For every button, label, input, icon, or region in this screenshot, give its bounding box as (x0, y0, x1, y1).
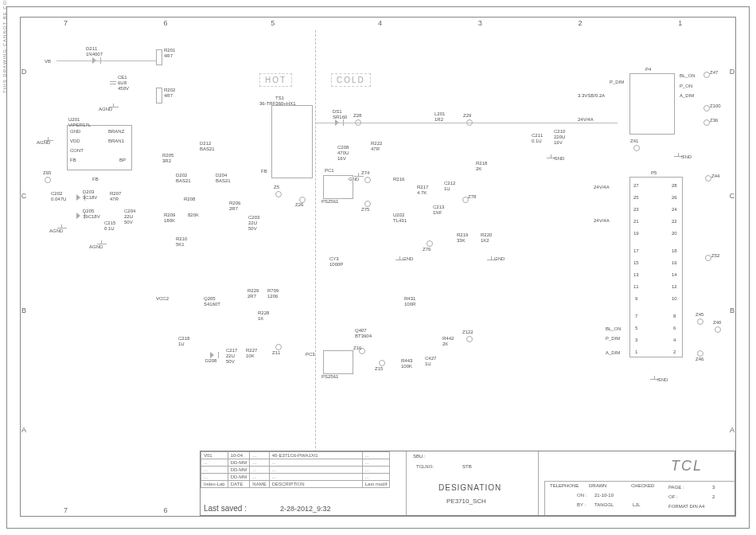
z11-tp (275, 344, 282, 350)
r442-val: 2K (442, 342, 448, 346)
col-top-1: 1 (678, 19, 682, 27)
u201-pin5: CONT (70, 148, 84, 153)
isolation-barrier (315, 30, 316, 476)
z46-tp (697, 350, 703, 357)
z5: Z5 (274, 185, 279, 189)
by-drawn: TANGGL (594, 502, 614, 507)
of-label: OF : (668, 494, 678, 499)
c212-val: 1U (444, 186, 450, 191)
r201-val: 4R7 (164, 53, 173, 58)
r709-val: 1206 (267, 294, 278, 299)
r220-ref: R220 (481, 232, 492, 237)
pc3-opto (323, 350, 353, 374)
r228-val: 1K (258, 316, 263, 321)
c202-val: 0.047U (51, 197, 66, 201)
z46: Z46 (696, 357, 703, 361)
row-right-a: A (727, 426, 737, 434)
d208 (210, 352, 214, 358)
q407-ref: Q407 (355, 328, 367, 333)
last-saved: 2-28-2012_9:32 (280, 505, 331, 513)
z40: Z40 (713, 320, 721, 325)
r709-ref: R709 (267, 288, 279, 293)
z11: Z11 (272, 350, 280, 355)
r217-ref: R217 (417, 185, 428, 189)
z122-tp (466, 336, 473, 342)
r219-val: 33K (457, 238, 466, 243)
drawn: DRAWN (589, 483, 606, 488)
c211-ref: C211 (532, 133, 543, 138)
p5-pdim: P_DIM (606, 336, 620, 341)
p4-blon: BL_ON (680, 73, 696, 78)
c218-ref: C218 (178, 336, 189, 341)
u201-pin2: BRANZ (108, 129, 124, 134)
r208-ref: R208 (184, 197, 195, 201)
sbu-label: SBU : (413, 454, 426, 459)
row-right-b: B (727, 307, 737, 314)
c204-ref: C204 (124, 209, 135, 213)
d202-val: BAS21 (176, 178, 191, 183)
d208-ref: D208 (205, 358, 216, 363)
by-checked: LJL (633, 502, 641, 507)
c203-val: 22U (248, 221, 257, 225)
cold-zone-label: COLD (331, 73, 371, 87)
of: 2 (712, 494, 715, 499)
tclno-label: TCLNO: (416, 464, 434, 469)
c208-val: 470U (337, 150, 349, 155)
z15-tp (379, 360, 385, 366)
z40-tp (715, 326, 721, 333)
r218-val: 2K (476, 166, 481, 171)
u202-val: TL431 (393, 218, 407, 223)
r229-ref: R229 (247, 288, 259, 293)
net-24v-1: 24V/4A (578, 117, 594, 122)
z28: Z28 (353, 113, 361, 118)
by-label: BY : (577, 502, 586, 507)
col-top-3: 3 (478, 19, 482, 27)
r431-val: 100R (404, 302, 415, 307)
inner-frame: 7 6 5 4 3 2 1 7 6 5 4 3 2 1 D C B A D C … (20, 17, 736, 517)
r205-val: 3R2 (162, 158, 171, 163)
c208-ref: C208 (337, 145, 349, 150)
r227-ref: R227 (246, 348, 257, 353)
vcc2-net: VCC2 (156, 296, 169, 301)
page-label: PAGE : (668, 485, 684, 490)
ds1-ref: DS1 (333, 109, 342, 114)
row-left-a: A (19, 426, 29, 434)
r443-ref: R443 (401, 358, 412, 363)
r431-ref: R431 (404, 296, 415, 301)
designation: PE3710_SCH (446, 498, 486, 505)
agnd-1: AGND (99, 107, 112, 111)
wire (315, 123, 618, 123)
r209b-val: 820K (188, 213, 199, 217)
fb-net: FB (92, 177, 99, 182)
col-top-6: 6 (164, 19, 168, 27)
u201-val: VIPER17L (68, 123, 91, 127)
row-right-c: C (727, 192, 737, 200)
c427-ref: C427 (425, 356, 436, 361)
d203 (76, 194, 80, 201)
z65: Z65 (43, 170, 51, 175)
pc1-ref: PC1 (325, 168, 334, 173)
u201-pin1: GND (70, 129, 80, 134)
c202-ref: C202 (51, 191, 62, 196)
l201-ref: L201 (435, 111, 445, 116)
z76: Z76 (423, 247, 431, 252)
z52-tp (705, 255, 711, 261)
c217-ref: C217 (226, 348, 237, 353)
r210-val: 5K1 (176, 242, 185, 247)
col-top-5: 5 (271, 19, 275, 27)
page: 3 (712, 485, 715, 490)
wire (57, 61, 156, 61)
c217-val: 22U (226, 353, 235, 358)
d204-val: BAS21 (216, 178, 231, 183)
r222-val: 47R (371, 146, 380, 151)
pc1-val: PS2561 (321, 199, 338, 204)
p4-adim: A_DIM (680, 93, 694, 98)
u201-pin7: FB (70, 158, 76, 162)
sign-box: TELEPHONE DRAWN CHECKED ON : 21-10-10 BY… (544, 481, 735, 515)
z44: Z44 (711, 174, 719, 178)
z44-tp (705, 175, 711, 182)
d204-ref: D204 (216, 173, 227, 178)
d212-val: BAS21 (200, 146, 215, 151)
drawing-frame: THIS DRAWING CANNOT BE COMMUNICATED TO U… (6, 6, 750, 529)
agnd-4: AGND (89, 244, 103, 249)
